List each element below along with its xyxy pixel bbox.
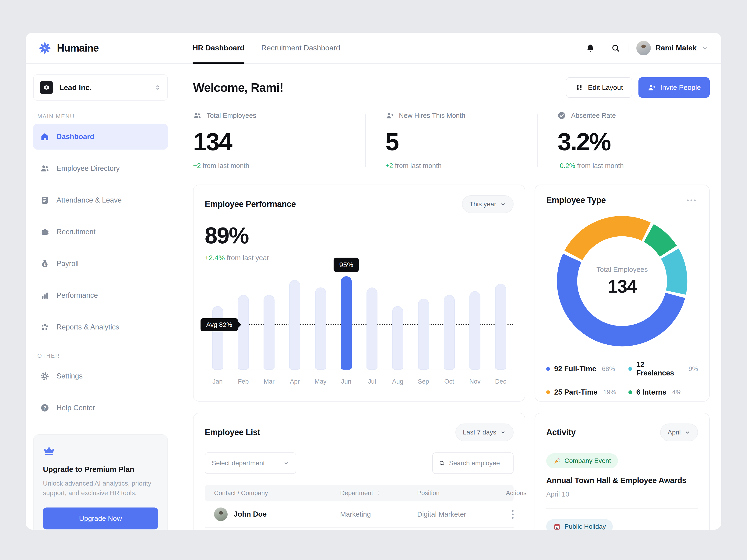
col-actions: Actions [506,489,528,497]
user-name: Rami Malek [655,44,697,52]
sidebar-item-help-center[interactable]: ? Help Center [33,395,168,421]
bar-oct[interactable] [436,277,462,370]
performance-delta: +2.4% from last year [205,254,514,262]
dashboard-tabs: HR Dashboard Recruitment Dashboard [192,33,340,63]
lead-inc-logo [40,81,53,94]
performance-value: 89% [205,222,514,249]
card-title: Employee List [205,427,260,437]
bar-chart-labels: JanFebMarAprMayJunJulAugSepOctNovDec [205,378,514,385]
divider [628,43,628,53]
card-title: Employee Performance [205,199,296,209]
search-input[interactable] [449,459,507,467]
more-options-icon[interactable] [685,197,698,204]
invite-people-label: Invite People [661,83,701,91]
donut-center-label: Total Employees [596,266,648,273]
workspace-selector[interactable]: Lead Inc. [33,75,168,101]
legend-full-time: 92 Full-Time 68% [546,361,628,377]
stat-label: Total Employees [207,112,256,119]
sidebar-item-dashboard[interactable]: Dashboard [33,124,168,150]
invite-people-button[interactable]: Invite People [639,77,710,98]
axis-label: Sep [411,378,436,385]
activity-card: Activity April [535,413,710,530]
sidebar-item-employee-directory[interactable]: Employee Directory [33,156,168,181]
sidebar-item-attendance-leave[interactable]: Attendance & Leave [33,187,168,213]
sidebar-item-reports-analytics[interactable]: Reports & Analytics [33,314,168,340]
stat-value: 134 [193,128,365,156]
bar-nov[interactable] [462,277,488,370]
axis-label: Jan [205,378,230,385]
employee-position: Digital Marketer [417,510,506,518]
month-dropdown[interactable]: April [660,424,698,441]
sidebar-item-recruitment[interactable]: Recruitment [33,219,168,245]
table-row[interactable]: John Doe Marketing Digital Marketer [205,501,514,528]
humaine-logo-icon [38,42,51,55]
period-value: This year [469,201,496,208]
person-plus-icon [647,83,656,92]
layout-icon [575,83,583,91]
user-menu[interactable]: Rami Malek [636,41,708,55]
crown-icon [43,446,55,456]
edit-layout-button[interactable]: Edit Layout [566,77,632,98]
month-value: April [668,429,681,436]
bar-mar[interactable] [256,277,282,370]
legend-dot [546,390,550,394]
edit-layout-label: Edit Layout [588,83,623,91]
employee-department: Marketing [340,510,417,518]
upgrade-now-button[interactable]: Upgrade Now [43,507,158,529]
stat-value: 5 [385,128,538,156]
legend-part-time: 25 Part-Time 19% [546,388,628,396]
app-window: Humaine HR Dashboard Recruitment Dashboa… [26,33,721,530]
stat-delta: +2 from last month [385,162,538,170]
stat-label: Absentee Rate [571,112,616,119]
workspace-name: Lead Inc. [59,83,92,92]
sidebar-item-payroll[interactable]: $ Payroll [33,251,168,276]
bar-jun[interactable]: 95% [333,277,359,370]
bar-sep[interactable] [411,277,436,370]
chevron-down-icon [685,429,691,435]
search-icon[interactable] [611,44,620,53]
period-dropdown[interactable]: This year [462,195,514,213]
welcome-row: Welcome, Rami! Edit Layout [193,77,710,98]
divider [546,508,698,509]
stat-delta: +2 from last month [193,162,365,170]
sidebar-item-label: Employee Directory [56,164,120,173]
tab-recruitment-dashboard[interactable]: Recruitment Dashboard [261,33,340,63]
sidebar: Lead Inc. MAIN MENU Dashboard Employee D [26,64,176,530]
cards-row-1: Employee Performance This year 89% +2.4%… [193,185,710,402]
sidebar-item-label: Help Center [56,404,95,412]
period-dropdown[interactable]: Last 7 days [456,424,514,441]
activity-event[interactable]: Company Event Annual Town Hall & Employe… [546,453,698,498]
event-badge: 17 Public Holiday [546,519,613,530]
stat-label: New Hires This Month [399,112,465,119]
document-icon [40,195,50,205]
bar-dec[interactable] [488,277,514,370]
table-row[interactable]: Maria Tan Finance Finance Manager [205,528,514,530]
department-placeholder: Select department [212,459,265,467]
upgrade-card: Upgrade to Premium Plan Unlock advanced … [33,434,168,530]
activity-event[interactable]: 17 Public Holiday National Good Friday [546,519,698,530]
sidebar-item-settings[interactable]: Settings [33,363,168,389]
card-title: Employee Type [546,195,606,205]
notifications-bell-icon[interactable] [586,44,595,53]
event-date: April 10 [546,490,698,498]
bar-jul[interactable] [359,277,385,370]
top-bar: Humaine HR Dashboard Recruitment Dashboa… [26,33,721,64]
bar-may[interactable] [308,277,333,370]
event-badge-label: Company Event [564,457,611,464]
event-badge-label: Public Holiday [564,523,606,530]
col-department[interactable]: Department [340,489,417,497]
bar-apr[interactable] [282,277,308,370]
col-position: Position [417,489,506,497]
tab-hr-dashboard[interactable]: HR Dashboard [192,33,244,63]
bar-aug[interactable] [385,277,411,370]
department-select[interactable]: Select department [205,452,296,474]
bar-tooltip: 95% [334,258,359,272]
other-label: OTHER [37,352,168,359]
page-title: Welcome, Rami! [193,80,283,95]
svg-text:$: $ [44,263,46,266]
chevron-down-icon [283,460,289,466]
period-value: Last 7 days [463,429,496,436]
row-actions-icon[interactable] [506,508,520,521]
sidebar-item-performance[interactable]: Performance [33,283,168,308]
divider [603,43,603,53]
